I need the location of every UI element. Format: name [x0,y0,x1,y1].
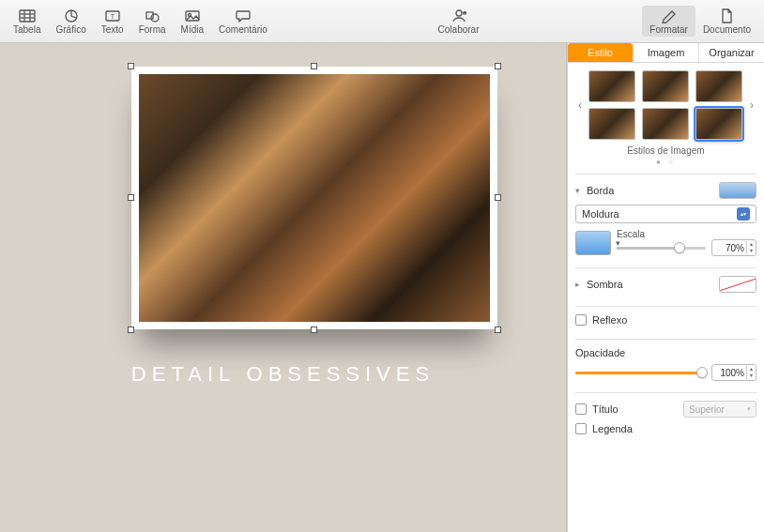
section-border: ▾ Borda Moldura ▴▾ ▾ Esca [575,174,756,267]
resize-handle[interactable] [495,63,501,69]
scale-label: Escala [617,229,756,239]
svg-point-9 [151,14,159,22]
caption-checkbox[interactable] [575,423,587,434]
section-reflection: Reflexo [575,306,756,339]
reflection-label: Reflexo [592,314,627,326]
toolbar-chart[interactable]: Gráfico [48,6,93,37]
opacity-title: Opacidade [575,347,756,358]
resize-handle[interactable] [128,63,134,69]
toolbar-shape[interactable]: Forma [131,6,174,37]
image-styles-grid [588,70,743,140]
format-icon [660,8,679,24]
title-position-select: Superior ▾ [683,401,756,418]
styles-next[interactable]: › [747,99,756,112]
style-thumb[interactable] [588,108,635,140]
scale-value: 70% [712,243,746,253]
image-placeholder [139,74,490,322]
shadow-swatch[interactable] [719,276,756,293]
toolbar-format[interactable]: Formatar [642,6,695,37]
scale-stepper[interactable]: 70% ▴▾ [711,239,756,256]
table-icon [18,8,37,24]
style-thumb[interactable] [642,70,689,102]
selected-image[interactable] [131,67,497,329]
scale-slider[interactable] [617,241,706,254]
toolbar-document[interactable]: Documento [695,6,758,37]
resize-handle[interactable] [128,194,134,201]
collaborate-icon: + [450,8,468,24]
document-icon [717,8,736,24]
tab-arrange[interactable]: Organizar [698,43,764,62]
svg-text:T: T [110,12,115,21]
canvas[interactable]: DETAIL OBSESSIVES [0,43,567,532]
toolbar-label: Mídia [181,24,204,35]
banner-text[interactable]: DETAIL OBSESSIVES [0,362,566,387]
stepper-arrows-icon: ▴▾ [746,366,756,379]
style-thumb[interactable] [695,108,742,140]
toolbar-collaborate[interactable]: + Colaborar [431,6,487,37]
style-thumb[interactable] [642,108,689,140]
resize-handle[interactable] [128,327,134,333]
resize-handle[interactable] [311,63,317,69]
opacity-stepper[interactable]: 100% ▴▾ [711,364,756,381]
border-type-value: Moldura [582,208,619,220]
section-opacity: Opacidade 100% ▴▾ [575,339,756,392]
title-position-value: Superior [689,404,725,415]
border-title: Borda [587,185,715,196]
chevron-right-icon[interactable]: ▸ [575,280,583,289]
toolbar-label: Formatar [649,24,688,35]
toolbar-label: Tabela [13,24,40,35]
toolbar-text[interactable]: T Texto [94,6,131,37]
toolbar-label: Documento [703,24,751,35]
stepper-arrows-icon: ▾ [747,405,751,413]
resize-handle[interactable] [311,327,317,333]
style-thumb[interactable] [588,70,635,102]
resize-handle[interactable] [495,327,501,333]
shape-icon [143,8,161,24]
page-dots: ● ○ [575,158,756,166]
tab-image[interactable]: Imagem [633,43,698,62]
toolbar: Tabela Gráfico T Texto Forma Mídia Comen… [0,0,764,43]
section-title-caption: Título Superior ▾ Legenda [575,392,756,448]
border-type-select[interactable]: Moldura ▴▾ [575,205,756,223]
chart-icon [62,8,81,24]
style-thumb[interactable] [695,70,742,102]
title-checkbox[interactable] [575,403,587,415]
resize-handle[interactable] [495,194,501,201]
toolbar-label: Comentário [219,24,267,35]
text-icon: T [103,8,122,24]
stepper-arrows-icon: ▴▾ [746,241,756,254]
border-swatch[interactable] [719,182,756,199]
toolbar-comment[interactable]: Comentário [211,6,275,37]
toolbar-media[interactable]: Mídia [174,6,211,37]
section-shadow: ▸ Sombra [575,267,756,306]
toolbar-table[interactable]: Tabela [6,6,48,37]
svg-point-12 [456,10,462,16]
toolbar-label: Gráfico [55,24,85,35]
chevron-down-icon[interactable]: ▾ [575,186,583,195]
styles-prev[interactable]: ‹ [575,99,585,112]
title-check-label: Título [592,403,678,415]
toolbar-label: Texto [101,24,124,35]
caption-check-label: Legenda [592,423,633,434]
opacity-slider[interactable] [575,366,706,379]
comment-icon [234,8,252,24]
toolbar-label: Colaborar [438,24,480,35]
styles-caption: Estilos de Imagem [575,145,756,156]
opacity-value: 100% [712,368,746,378]
frame-color-well[interactable] [575,231,611,255]
toolbar-label: Forma [139,24,166,35]
stepper-arrows-icon: ▴▾ [737,207,750,220]
tab-style[interactable]: Estilo [568,43,633,62]
shadow-title: Sombra [587,279,715,290]
inspector-tabs: Estilo Imagem Organizar [568,43,764,63]
reflection-checkbox[interactable] [575,314,587,326]
svg-rect-0 [20,10,35,22]
format-inspector: Estilo Imagem Organizar ‹ › [567,43,764,532]
media-icon [183,8,202,24]
